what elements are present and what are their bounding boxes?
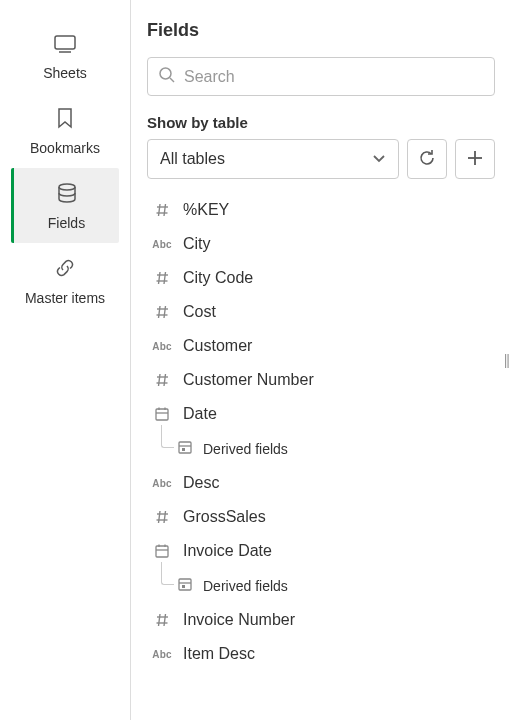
add-button[interactable]: [455, 139, 495, 179]
svg-line-13: [159, 272, 161, 284]
svg-line-17: [159, 306, 161, 318]
field-label: Date: [183, 405, 217, 423]
field-item[interactable]: Invoice Number: [147, 603, 511, 637]
search-input[interactable]: [184, 68, 484, 86]
svg-line-21: [159, 374, 161, 386]
controls-row: All tables: [147, 139, 495, 179]
sidebar-item-master-items[interactable]: Master items: [0, 243, 130, 318]
field-label: Item Desc: [183, 645, 255, 663]
svg-line-44: [164, 614, 166, 626]
field-item[interactable]: AbcDesc: [147, 466, 511, 500]
field-label: Customer: [183, 337, 252, 355]
svg-line-4: [170, 78, 174, 82]
svg-line-33: [164, 511, 166, 523]
hash-type-icon: [151, 612, 173, 628]
table-select-value: All tables: [160, 150, 225, 168]
svg-rect-40: [182, 585, 185, 588]
field-label: Desc: [183, 474, 219, 492]
sidebar-item-label: Master items: [25, 290, 105, 306]
field-item[interactable]: Invoice Date: [147, 534, 511, 568]
abc-type-icon: Abc: [151, 478, 173, 489]
main-panel: Fields Show by table All tables: [131, 0, 511, 720]
svg-line-9: [159, 204, 161, 216]
field-label: Derived fields: [203, 578, 288, 594]
panel-title: Fields: [147, 20, 495, 41]
svg-rect-27: [179, 442, 191, 453]
link-icon: [54, 257, 76, 282]
field-item[interactable]: %KEY: [147, 193, 511, 227]
hash-type-icon: [151, 202, 173, 218]
svg-line-22: [164, 374, 166, 386]
field-item[interactable]: Cost: [147, 295, 511, 329]
abc-type-icon: Abc: [151, 341, 173, 352]
hash-type-icon: [151, 270, 173, 286]
field-label: Derived fields: [203, 441, 288, 457]
abc-type-icon: Abc: [151, 239, 173, 250]
sidebar-item-label: Sheets: [43, 65, 87, 81]
derived-icon: [177, 576, 193, 595]
sheets-icon: [53, 34, 77, 57]
svg-point-3: [160, 68, 171, 79]
date-type-icon: [151, 543, 173, 559]
field-label: City Code: [183, 269, 253, 287]
svg-line-43: [159, 614, 161, 626]
search-box[interactable]: [147, 57, 495, 96]
search-icon: [158, 66, 176, 87]
derived-icon: [177, 439, 193, 458]
hash-type-icon: [151, 372, 173, 388]
sidebar-item-bookmarks[interactable]: Bookmarks: [0, 93, 130, 168]
svg-line-14: [164, 272, 166, 284]
field-item[interactable]: City Code: [147, 261, 511, 295]
database-icon: [56, 182, 78, 207]
sidebar-item-label: Bookmarks: [30, 140, 100, 156]
hash-type-icon: [151, 304, 173, 320]
refresh-button[interactable]: [407, 139, 447, 179]
svg-point-2: [59, 184, 75, 190]
sidebar-item-sheets[interactable]: Sheets: [0, 20, 130, 93]
svg-rect-34: [156, 546, 168, 557]
field-label: Invoice Number: [183, 611, 295, 629]
sidebar-item-label: Fields: [48, 215, 85, 231]
field-item[interactable]: AbcCustomer: [147, 329, 511, 363]
field-item[interactable]: Date: [147, 397, 511, 431]
field-item[interactable]: AbcItem Desc: [147, 637, 511, 671]
field-label: %KEY: [183, 201, 229, 219]
plus-icon: [467, 150, 483, 169]
field-label: City: [183, 235, 211, 253]
field-label: Invoice Date: [183, 542, 272, 560]
svg-rect-29: [182, 448, 185, 451]
svg-line-32: [159, 511, 161, 523]
field-label: Customer Number: [183, 371, 314, 389]
field-child-item[interactable]: Derived fields: [147, 568, 511, 603]
field-item[interactable]: GrossSales: [147, 500, 511, 534]
sidebar: Sheets Bookmarks Fields: [0, 0, 131, 720]
sidebar-item-fields[interactable]: Fields: [11, 168, 119, 243]
date-type-icon: [151, 406, 173, 422]
field-child-item[interactable]: Derived fields: [147, 431, 511, 466]
svg-line-10: [164, 204, 166, 216]
svg-rect-0: [55, 36, 75, 49]
chevron-down-icon: [372, 150, 386, 168]
refresh-icon: [417, 148, 437, 171]
hash-type-icon: [151, 509, 173, 525]
field-item[interactable]: AbcCity: [147, 227, 511, 261]
svg-rect-23: [156, 409, 168, 420]
fields-list[interactable]: %KEYAbcCityCity CodeCostAbcCustomerCusto…: [147, 193, 511, 720]
show-by-table-label: Show by table: [147, 114, 495, 131]
bookmark-icon: [56, 107, 74, 132]
svg-rect-38: [179, 579, 191, 590]
field-label: Cost: [183, 303, 216, 321]
field-item[interactable]: Customer Number: [147, 363, 511, 397]
field-label: GrossSales: [183, 508, 266, 526]
svg-line-18: [164, 306, 166, 318]
table-select[interactable]: All tables: [147, 139, 399, 179]
abc-type-icon: Abc: [151, 649, 173, 660]
